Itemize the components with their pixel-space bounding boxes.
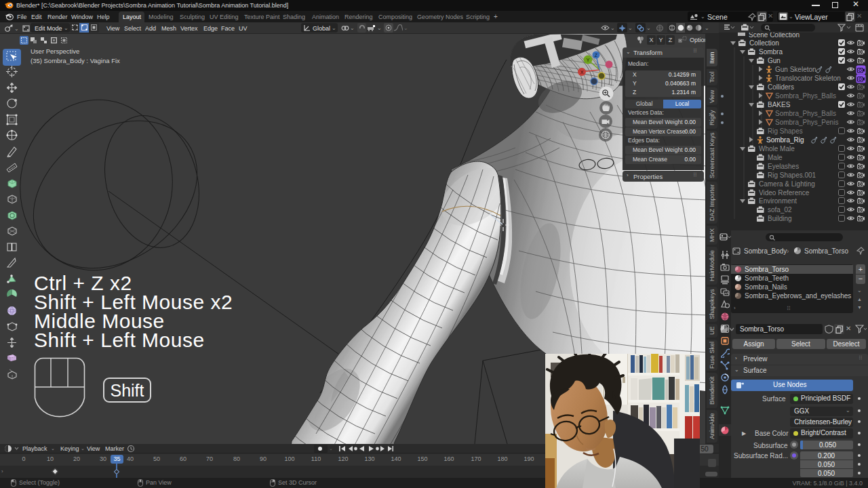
svg-text:Translocator Skeleton: Translocator Skeleton (775, 75, 841, 82)
svg-text:Sombra_Phys_Balls: Sombra_Phys_Balls (775, 110, 836, 117)
svg-text:X: X (580, 70, 584, 75)
svg-text:Colliders: Colliders (768, 83, 794, 91)
svg-text:sofa_02: sofa_02 (768, 206, 792, 214)
svg-text:Eyelashes: Eyelashes (768, 163, 799, 170)
svg-text:Environment: Environment (759, 197, 797, 205)
svg-text:Y: Y (586, 57, 589, 63)
svg-text:Gun Skeleton: Gun Skeleton (775, 66, 816, 73)
svg-text:Building: Building (768, 215, 792, 222)
svg-text:Video Reference: Video Reference (759, 189, 810, 197)
svg-text:Gun: Gun (768, 57, 781, 64)
svg-text:Whole Male: Whole Male (759, 145, 795, 152)
svg-text:Z: Z (595, 53, 598, 58)
svg-text:Sombra_Phys_Balls: Sombra_Phys_Balls (775, 92, 836, 100)
svg-text:BAKES: BAKES (768, 101, 791, 108)
svg-text:Camera & Lighting: Camera & Lighting (759, 180, 815, 188)
svg-text:Sombra_Rig: Sombra_Rig (766, 136, 804, 144)
svg-text:Sombra_Phys_Penis: Sombra_Phys_Penis (775, 119, 838, 126)
svg-text:Male: Male (768, 154, 783, 161)
svg-text:Rig Shapes: Rig Shapes (768, 127, 803, 135)
svg-text:Rig Shapes.001: Rig Shapes.001 (768, 171, 816, 179)
svg-text:Sombra: Sombra (759, 48, 783, 56)
svg-text:Collection: Collection (749, 39, 779, 47)
